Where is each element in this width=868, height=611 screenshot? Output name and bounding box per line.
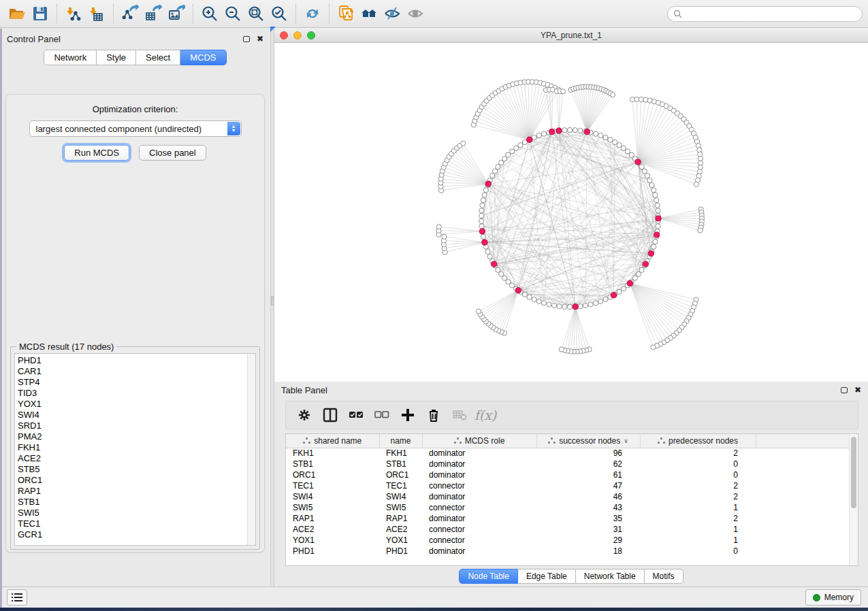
- shared-column-icon: [548, 437, 556, 444]
- control-panel: Control Panel ✖ NetworkStyleSelectMCDS O…: [0, 28, 270, 587]
- network-graph[interactable]: [274, 43, 866, 382]
- memory-status-icon: [813, 594, 820, 601]
- tab-select[interactable]: Select: [136, 50, 180, 65]
- hide-selected-button[interactable]: [381, 3, 404, 24]
- select-all-rows-button[interactable]: [344, 404, 368, 426]
- mcds-result-item[interactable]: PHD1: [18, 355, 247, 366]
- deselect-all-rows-icon: [374, 408, 389, 423]
- export-table-button[interactable]: [142, 3, 165, 24]
- table-row[interactable]: RAP1RAP1dominator352: [286, 513, 851, 524]
- mcds-result-item[interactable]: STB1: [18, 497, 247, 508]
- close-panel-icon[interactable]: ✖: [257, 35, 263, 43]
- import-table-icon: [88, 5, 106, 22]
- refresh-layout-icon: [304, 5, 321, 22]
- tab-motifs[interactable]: Motifs: [645, 569, 684, 584]
- search-input[interactable]: [686, 9, 856, 18]
- mcds-result-item[interactable]: CAR1: [18, 366, 247, 377]
- clone-network-icon: [337, 5, 355, 22]
- add-column-button[interactable]: [396, 404, 419, 426]
- memory-button[interactable]: Memory: [805, 589, 861, 606]
- table-row[interactable]: PHD1PHD1dominator180: [286, 546, 851, 557]
- delete-column-button[interactable]: [422, 404, 445, 426]
- table-row[interactable]: TEC1TEC1connector472: [286, 480, 851, 491]
- main-toolbar: [0, 0, 868, 28]
- table-options-gear-button[interactable]: [293, 404, 316, 426]
- toolbar-separator: [295, 4, 296, 23]
- open-session-button[interactable]: [5, 3, 29, 24]
- optimization-criterion-value: largest connected component (undirected): [36, 124, 202, 134]
- frame-resize-corner: [270, 27, 276, 32]
- mcds-result-item[interactable]: ACE2: [18, 453, 247, 464]
- table-scrollbar[interactable]: [849, 434, 858, 565]
- tab-edge-table[interactable]: Edge Table: [518, 569, 576, 584]
- node-table[interactable]: shared namenameMCDS rolesuccessor nodes∨…: [286, 434, 852, 557]
- float-panel-icon[interactable]: [243, 36, 250, 42]
- table-row[interactable]: ORC1ORC1dominator610: [286, 469, 851, 480]
- table-row[interactable]: FKH1FKH1dominator962: [286, 448, 851, 459]
- mcds-result-item[interactable]: PMA2: [18, 431, 247, 442]
- float-table-panel-icon[interactable]: [841, 387, 848, 393]
- network-canvas[interactable]: [274, 43, 868, 382]
- refresh-layout-button[interactable]: [301, 3, 324, 24]
- mcds-result-item[interactable]: STB5: [18, 464, 247, 475]
- application-window: Control Panel ✖ NetworkStyleSelectMCDS O…: [0, 0, 868, 608]
- mcds-result-item[interactable]: RAP1: [18, 486, 247, 497]
- mcds-result-item[interactable]: SWI5: [18, 508, 247, 518]
- table-row[interactable]: YOX1YOX1connector291: [286, 535, 851, 546]
- table-row[interactable]: ACE2ACE2connector311: [286, 524, 851, 535]
- tab-node-table[interactable]: Node Table: [459, 569, 518, 584]
- import-table-button[interactable]: [85, 3, 108, 24]
- network-window-titlebar[interactable]: YPA_prune.txt_1: [274, 28, 868, 43]
- tab-network[interactable]: Network: [44, 50, 97, 65]
- mcds-result-item[interactable]: TEC1: [18, 518, 247, 529]
- zoom-selected-button[interactable]: [268, 3, 291, 24]
- mcds-result-item[interactable]: TID3: [18, 388, 247, 399]
- tab-mcds[interactable]: MCDS: [180, 50, 226, 65]
- delete-column-icon: [426, 408, 441, 423]
- table-row[interactable]: SWI4SWI4dominator462: [286, 491, 851, 502]
- export-network-button[interactable]: [118, 3, 142, 24]
- function-builder-button: f(x): [474, 404, 497, 426]
- mcds-result-item[interactable]: GCR1: [18, 529, 247, 540]
- first-neighbors-button[interactable]: [357, 3, 381, 24]
- close-panel-button[interactable]: Close panel: [139, 145, 206, 161]
- zoom-fit-button[interactable]: [244, 3, 268, 24]
- search-box[interactable]: [667, 6, 863, 22]
- network-window-title: YPA_prune.txt_1: [274, 31, 868, 40]
- optimization-criterion-select[interactable]: largest connected component (undirected)…: [29, 120, 242, 137]
- column-header-successor-nodes[interactable]: successor nodes∨: [536, 434, 640, 448]
- toolbar-separator: [193, 4, 193, 23]
- column-header-MCDS-role[interactable]: MCDS role: [422, 434, 536, 448]
- zoom-out-button[interactable]: [221, 3, 244, 24]
- zoom-fit-icon: [247, 5, 265, 22]
- table-row[interactable]: STB1STB1dominator620: [286, 459, 851, 469]
- deselect-all-rows-button[interactable]: [370, 404, 393, 426]
- export-image-button[interactable]: [165, 3, 188, 24]
- run-mcds-button[interactable]: Run MCDS: [64, 145, 129, 161]
- clone-network-button[interactable]: [334, 3, 357, 24]
- column-header-shared-name[interactable]: shared name: [286, 434, 379, 448]
- save-session-button[interactable]: [29, 3, 52, 24]
- mcds-result-item[interactable]: ORC1: [18, 475, 247, 486]
- mcds-result-item[interactable]: FKH1: [18, 442, 247, 453]
- table-row[interactable]: SWI5SWI5connector431: [286, 502, 851, 513]
- mcds-result-item[interactable]: YOX1: [18, 399, 247, 410]
- mcds-list-scrollbar[interactable]: [247, 354, 255, 545]
- mcds-result-item[interactable]: SRD1: [18, 420, 247, 431]
- show-columns-button[interactable]: [319, 404, 342, 426]
- table-options-gear-icon: [297, 408, 312, 423]
- task-history-button[interactable]: [7, 589, 27, 606]
- column-header-name[interactable]: name: [379, 434, 422, 448]
- close-table-panel-icon[interactable]: ✖: [854, 386, 861, 394]
- mcds-result-item[interactable]: STP4: [18, 377, 247, 388]
- tab-network-table[interactable]: Network Table: [576, 569, 645, 584]
- table-scrollbar-thumb[interactable]: [851, 437, 856, 508]
- show-all-button[interactable]: [404, 3, 427, 24]
- column-header-predecessor-nodes[interactable]: predecessor nodes: [640, 434, 756, 448]
- network-view-window: YPA_prune.txt_1: [274, 28, 868, 382]
- zoom-in-button[interactable]: [198, 3, 221, 24]
- tab-style[interactable]: Style: [97, 50, 136, 65]
- import-network-button[interactable]: [62, 3, 85, 24]
- mcds-result-list[interactable]: PHD1CAR1STP4TID3YOX1SWI4SRD1PMA2FKH1ACE2…: [14, 353, 256, 546]
- mcds-result-item[interactable]: SWI4: [18, 410, 247, 420]
